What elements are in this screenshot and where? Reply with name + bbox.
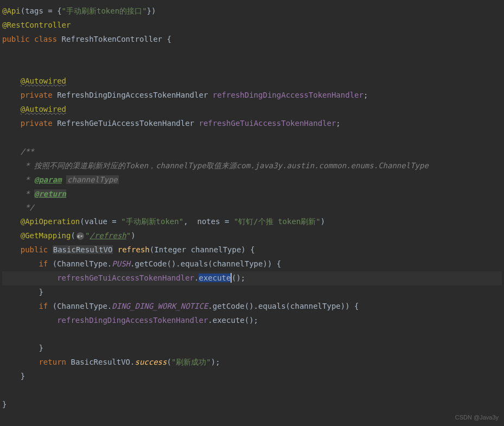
code-line: }	[2, 285, 502, 300]
javadoc-line: * @return	[2, 187, 502, 201]
code-line: @Autowired	[2, 74, 502, 88]
blank-line	[2, 327, 502, 341]
code-line: public class RefreshTokenController {	[2, 33, 502, 47]
code-line: }	[2, 398, 502, 412]
code-line: }	[2, 370, 502, 384]
code-line: }	[2, 341, 502, 355]
javadoc-line: * @param channelType	[2, 173, 502, 187]
javadoc-line: */	[2, 201, 502, 215]
code-line: @ApiOperation(value = "手动刷新token", notes…	[2, 215, 502, 229]
blank-line	[2, 61, 502, 75]
watermark-text: CSDN @Java3y	[455, 412, 499, 423]
code-line: @RestController	[2, 18, 502, 33]
code-line: if (ChannelType.PUSH.getCode().equals(ch…	[2, 257, 502, 271]
web-mapping-icon[interactable]: ◐▾	[76, 232, 84, 240]
text-caret	[231, 273, 232, 283]
javadoc-line: * 按照不同的渠道刷新对应的Token，channelType取值来源com.j…	[2, 159, 502, 173]
blank-line	[2, 131, 502, 145]
javadoc-line: /**	[2, 145, 502, 159]
code-line: @GetMapping(◐▾"/refresh")	[2, 229, 502, 243]
code-line-active: refreshGeTuiAccessTokenHandler.execute()…	[2, 271, 502, 285]
code-line: private RefreshGeTuiAccessTokenHandler r…	[2, 117, 502, 131]
code-line: public BasicResultVO refresh(Integer cha…	[2, 243, 502, 257]
code-line: @Api(tags = {"手动刷新token的接口"})	[2, 4, 502, 18]
code-line: @Autowired	[2, 103, 502, 117]
blank-line	[2, 47, 502, 61]
code-line: private RefreshDingDingAccessTokenHandle…	[2, 88, 502, 103]
code-line: refreshDingDingAccessTokenHandler.execut…	[2, 314, 502, 328]
blank-line	[2, 384, 502, 398]
code-line: if (ChannelType.DING_DING_WORK_NOTICE.ge…	[2, 300, 502, 314]
code-editor[interactable]: @Api(tags = {"手动刷新token的接口"}) @RestContr…	[2, 4, 502, 412]
code-line: return BasicResultVO.success("刷新成功");	[2, 355, 502, 370]
